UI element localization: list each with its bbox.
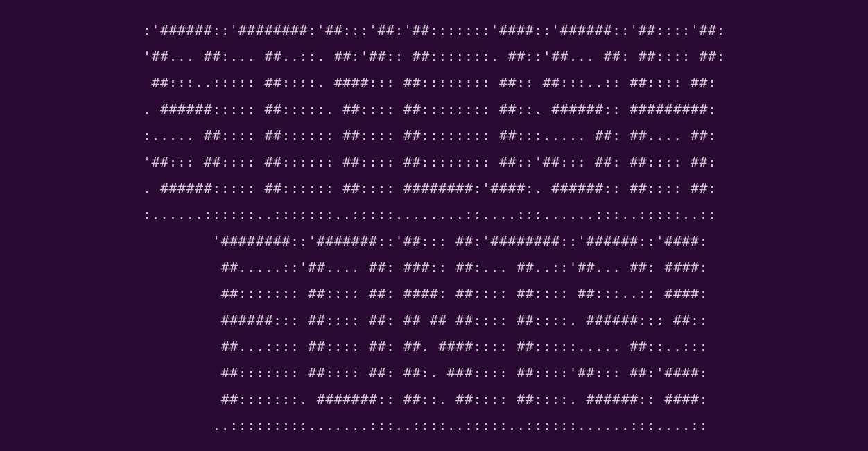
ascii-art-banner: :'######::'########:'##:::'##:'##:::::::… [143, 17, 725, 439]
